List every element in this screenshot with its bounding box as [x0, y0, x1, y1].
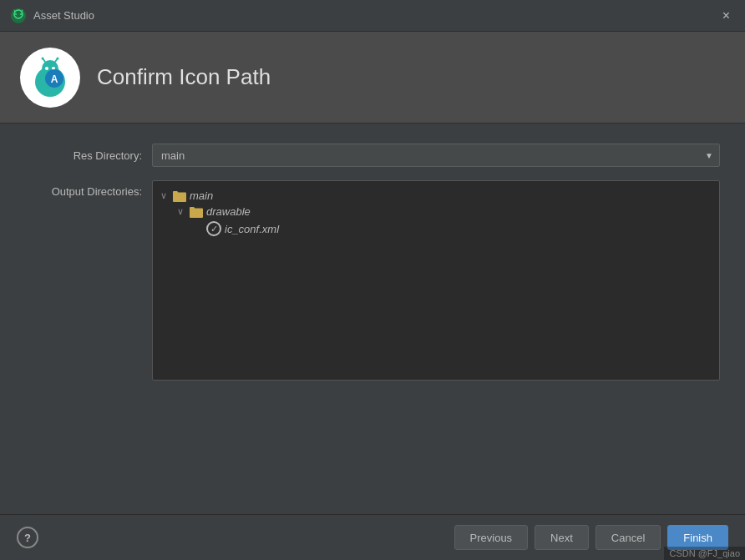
- output-directories-row: Output Directories: ∨ main ∨: [25, 180, 720, 381]
- tree-label-drawable: drawable: [206, 205, 251, 218]
- check-icon: [206, 221, 221, 236]
- tree-item-main[interactable]: ∨ main: [158, 188, 714, 204]
- cancel-button[interactable]: Cancel: [595, 525, 661, 550]
- header-logo: A: [20, 48, 80, 108]
- tree-container: ∨ main ∨ drawable: [152, 180, 720, 381]
- res-directory-dropdown-container: main debug release ▼: [152, 144, 720, 167]
- tree-item-drawable[interactable]: ∨ drawable: [175, 204, 714, 219]
- svg-point-11: [57, 57, 59, 59]
- main-content: A Confirm Icon Path Res Directory: main …: [0, 32, 745, 560]
- tree-label-main: main: [190, 189, 213, 202]
- title-bar: Asset Studio ×: [0, 0, 745, 32]
- folder-main-icon: [173, 190, 186, 202]
- tree-label-ic-conf: ic_conf.xml: [225, 223, 279, 235]
- bottom-left: ?: [17, 527, 38, 548]
- content-area: Res Directory: main debug release ▼ Outp…: [0, 124, 745, 560]
- svg-text:A: A: [51, 73, 58, 85]
- help-button[interactable]: ?: [17, 527, 38, 548]
- svg-point-2: [15, 13, 17, 15]
- asset-studio-logo-icon: A: [28, 55, 73, 100]
- watermark: CSDN @FJ_qiao: [664, 547, 745, 560]
- window-title: Asset Studio: [33, 9, 94, 22]
- res-directory-row: Res Directory: main debug release ▼: [25, 144, 720, 167]
- svg-point-9: [42, 57, 44, 59]
- android-studio-icon: [10, 8, 27, 24]
- toggle-drawable: ∨: [175, 206, 186, 217]
- tree-item-ic-conf[interactable]: ic_conf.xml: [191, 219, 714, 238]
- output-directories-label: Output Directories:: [25, 180, 142, 198]
- svg-point-12: [45, 67, 48, 70]
- res-directory-select[interactable]: main debug release: [152, 144, 720, 167]
- page-title: Confirm Icon Path: [97, 64, 271, 90]
- close-button[interactable]: ×: [717, 8, 735, 24]
- bottom-bar: ? Previous Next Cancel Finish: [0, 514, 745, 560]
- header-area: A Confirm Icon Path: [0, 32, 745, 124]
- toggle-main: ∨: [158, 190, 170, 201]
- next-button[interactable]: Next: [535, 525, 589, 550]
- title-bar-left: Asset Studio: [10, 8, 94, 24]
- svg-point-3: [20, 13, 22, 15]
- previous-button[interactable]: Previous: [454, 525, 529, 550]
- res-directory-label: Res Directory:: [25, 149, 142, 162]
- folder-drawable-icon: [190, 206, 203, 218]
